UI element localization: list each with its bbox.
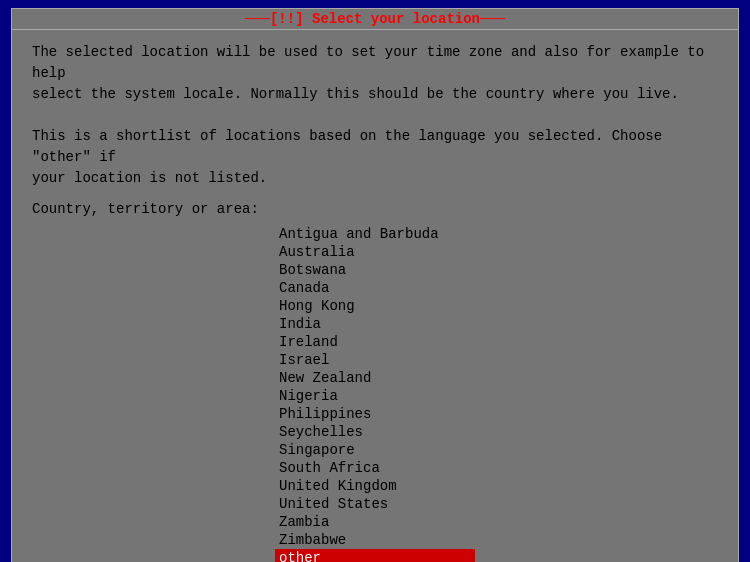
desc-line2: select the system locale. Normally this … — [32, 86, 679, 102]
country-list-item[interactable]: India — [275, 315, 475, 333]
country-list-item[interactable]: Israel — [275, 351, 475, 369]
country-list-item[interactable]: United States — [275, 495, 475, 513]
country-list-item[interactable]: Hong Kong — [275, 297, 475, 315]
desc-line1: The selected location will be used to se… — [32, 44, 704, 81]
country-list-item[interactable]: Antigua and Barbuda — [275, 225, 475, 243]
country-list-item[interactable]: Philippines — [275, 405, 475, 423]
dialog-title-bar: ─── [!!] Select your location ─── — [12, 9, 738, 30]
country-list-item[interactable]: Zimbabwe — [275, 531, 475, 549]
country-list-item[interactable]: Canada — [275, 279, 475, 297]
country-list-item[interactable]: Australia — [275, 243, 475, 261]
country-list-item[interactable]: Zambia — [275, 513, 475, 531]
country-list-item[interactable]: Seychelles — [275, 423, 475, 441]
country-list-item[interactable]: South Africa — [275, 459, 475, 477]
country-list[interactable]: Antigua and BarbudaAustraliaBotswanaCana… — [275, 225, 475, 562]
description-text: The selected location will be used to se… — [32, 42, 718, 189]
main-area: ─── [!!] Select your location ─── The se… — [0, 0, 750, 562]
dialog: ─── [!!] Select your location ─── The se… — [11, 8, 739, 562]
country-list-item[interactable]: Nigeria — [275, 387, 475, 405]
country-list-item[interactable]: United Kingdom — [275, 477, 475, 495]
country-list-item[interactable]: Botswana — [275, 261, 475, 279]
country-list-item[interactable]: Ireland — [275, 333, 475, 351]
dialog-title: [!!] Select your location — [270, 11, 480, 27]
desc-line5: your location is not listed. — [32, 170, 267, 186]
country-list-item[interactable]: New Zealand — [275, 369, 475, 387]
country-list-item[interactable]: other — [275, 549, 475, 562]
label-text: Country, territory or area: — [32, 201, 718, 217]
title-decoration-left: ─── — [245, 11, 270, 27]
country-list-item[interactable]: Singapore — [275, 441, 475, 459]
dialog-content: The selected location will be used to se… — [12, 30, 738, 562]
desc-line4: This is a shortlist of locations based o… — [32, 128, 662, 165]
country-list-container: Antigua and BarbudaAustraliaBotswanaCana… — [32, 225, 718, 562]
title-decoration-right: ─── — [480, 11, 505, 27]
